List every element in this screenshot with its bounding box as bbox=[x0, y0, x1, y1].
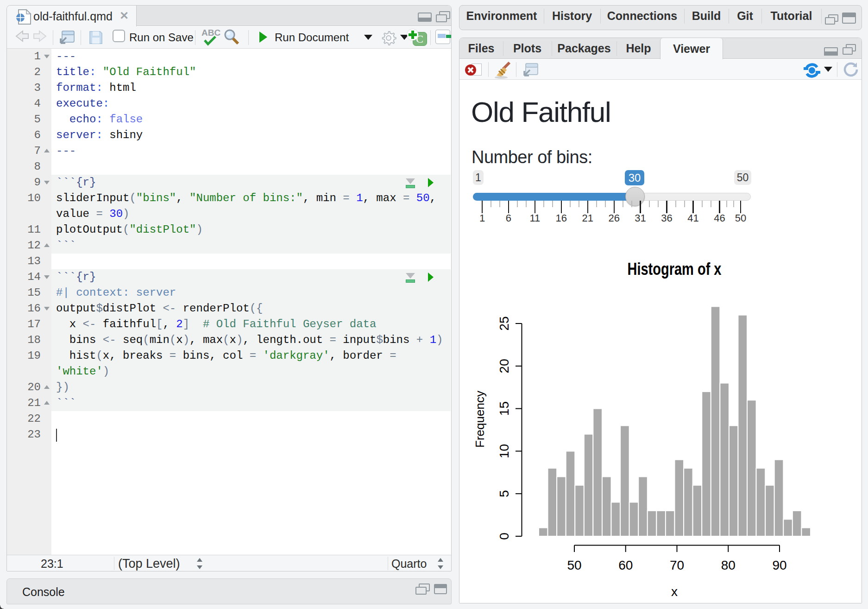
svg-text:x: x bbox=[671, 584, 678, 599]
svg-text:80: 80 bbox=[721, 558, 736, 572]
svg-text:10: 10 bbox=[497, 444, 511, 458]
svg-text:60: 60 bbox=[618, 558, 633, 572]
svg-text:25: 25 bbox=[497, 316, 511, 330]
svg-text:20: 20 bbox=[497, 359, 511, 373]
svg-text:90: 90 bbox=[772, 558, 786, 572]
svg-text:50: 50 bbox=[567, 558, 581, 572]
svg-text:0: 0 bbox=[497, 533, 511, 540]
svg-text:70: 70 bbox=[670, 558, 684, 572]
svg-text:5: 5 bbox=[497, 490, 511, 497]
svg-text:15: 15 bbox=[497, 401, 511, 416]
svg-text:Histogram of x: Histogram of x bbox=[628, 260, 722, 279]
svg-text:Frequency: Frequency bbox=[473, 391, 487, 448]
